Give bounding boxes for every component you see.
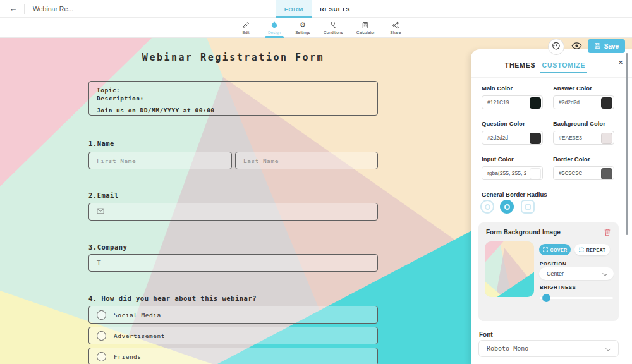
toolbar-item-label: Design [268, 30, 281, 35]
preview-eye-button[interactable] [569, 40, 583, 53]
main-color-field: Main Color #121C19 [482, 85, 543, 109]
crop-brackets-icon [543, 247, 548, 253]
repeat-button-label: REPEAT [586, 248, 605, 252]
cover-button-label: COVER [550, 248, 568, 252]
first-name-placeholder: First Name [97, 157, 136, 164]
background-color-input[interactable]: #EAE3E3 [553, 131, 614, 145]
cover-mode-button[interactable]: COVER [539, 244, 571, 255]
option-label: Friends [114, 353, 142, 360]
tab-customize[interactable]: CUSTOMIZE [540, 59, 587, 71]
company-question-label[interactable]: 3.Company [88, 243, 127, 251]
email-question-label[interactable]: 2.Email [88, 191, 119, 199]
toolbar-item-settings[interactable]: ⚙ Settings [293, 18, 312, 38]
input-color-input[interactable]: rgba(255, 255, 25 [482, 166, 543, 180]
option-social-media[interactable]: Social Media [88, 306, 378, 324]
radio-icon[interactable] [97, 331, 106, 341]
close-icon[interactable]: × [616, 58, 625, 67]
back-arrow-icon[interactable]: ← [8, 4, 19, 14]
tab-form[interactable]: FORM [276, 0, 312, 18]
color-swatch[interactable] [530, 168, 541, 179]
field-label: Main Color [482, 85, 543, 92]
divider [24, 4, 25, 14]
border-color-field: Border Color #5C5C5C [553, 155, 614, 180]
name-question-label[interactable]: 1.Name [88, 140, 114, 147]
topic-description-box[interactable]: Topic: Description: Join us on DD/MM/YYY… [88, 81, 378, 116]
floppy-icon [594, 42, 601, 51]
design-active-underline [265, 36, 284, 38]
save-button[interactable]: Save [588, 39, 625, 53]
dashed-grid-icon [579, 247, 584, 253]
calculator-icon [362, 21, 369, 29]
border-color-input[interactable]: #5C5C5C [553, 166, 614, 180]
toolbar-item-share[interactable]: Share [386, 18, 405, 38]
color-swatch[interactable] [530, 97, 541, 109]
divider [471, 77, 632, 78]
branch-icon [329, 21, 337, 29]
toolbar-item-edit[interactable]: Edit [236, 18, 255, 38]
rounded-radius-icon [500, 200, 514, 214]
toolbar-item-conditions[interactable]: Conditions [322, 18, 345, 38]
join-line: Join us on DD/MM/YYYY at 00:00 [97, 107, 215, 114]
email-input[interactable] [88, 203, 378, 221]
company-input[interactable]: T [88, 254, 378, 272]
pencil-icon [242, 21, 250, 29]
last-name-placeholder: Last Name [243, 157, 279, 164]
option-label: Social Media [114, 312, 161, 318]
radio-icon[interactable] [97, 352, 106, 361]
toolbar-item-label: Edit [242, 30, 249, 35]
last-name-input[interactable]: Last Name [235, 152, 378, 169]
color-value: #5C5C5C [559, 170, 582, 176]
customize-active-underline [540, 72, 587, 73]
position-value: Center [547, 270, 564, 277]
toolbar-item-calculator[interactable]: Calculator [355, 18, 377, 38]
color-swatch[interactable] [601, 97, 612, 109]
position-select[interactable]: Center [539, 267, 614, 280]
brightness-label: BRIGHTNESS [540, 284, 576, 290]
tab-results[interactable]: RESULTS [319, 0, 351, 18]
repeat-mode-button[interactable]: REPEAT [574, 244, 610, 255]
color-swatch[interactable] [530, 133, 541, 144]
eye-icon [571, 41, 582, 52]
main-color-input[interactable]: #121C19 [482, 95, 543, 109]
radius-option-rounded-selected[interactable] [500, 200, 514, 214]
font-select[interactable]: Roboto Mono [478, 340, 619, 357]
source-question-label[interactable]: 4. How did you hear about this webinar? [88, 294, 257, 302]
chevron-down-icon [605, 346, 611, 351]
color-swatch[interactable] [601, 133, 612, 144]
question-color-input[interactable]: #2d2d2d [482, 131, 543, 145]
brightness-slider[interactable] [540, 297, 613, 299]
save-button-label: Save [604, 43, 619, 50]
color-swatch[interactable] [601, 168, 612, 179]
top-bar: ← Webinar Re... FORM RESULTS [0, 0, 632, 18]
revision-history-button[interactable] [548, 39, 564, 55]
color-value: #121C19 [487, 99, 509, 106]
trash-icon[interactable] [604, 228, 612, 236]
option-friends[interactable]: Friends [88, 348, 378, 364]
field-label: Background Color [553, 120, 614, 127]
answer-color-input[interactable]: #2d2d2d [553, 95, 614, 109]
droplet-icon [272, 21, 277, 29]
option-advertisement[interactable]: Advertisement [88, 327, 378, 344]
form-content: Webinar Registration Form Topic: Descrip… [88, 38, 378, 364]
form-title-breadcrumb[interactable]: Webinar Re... [33, 5, 73, 13]
toolbar-item-design[interactable]: Design [265, 18, 284, 38]
circle-radius-icon [480, 200, 494, 214]
question-color-field: Question Color #2d2d2d [482, 120, 543, 145]
color-value: #2d2d2d [559, 99, 580, 106]
color-value: #EAE3E3 [559, 135, 582, 141]
first-name-input[interactable]: First Name [88, 152, 232, 169]
radius-option-square[interactable] [521, 200, 535, 214]
form-background-image-card: Form Background Image COVER [478, 222, 619, 321]
tab-themes[interactable]: THEMES [502, 59, 538, 71]
toolbar-item-label: Settings [295, 30, 310, 35]
slider-thumb[interactable] [542, 294, 550, 302]
form-heading[interactable]: Webinar Registration Form [88, 52, 378, 63]
toolbar-item-label: Calculator [356, 30, 375, 35]
panel-scrollbar[interactable] [626, 53, 628, 235]
radio-icon[interactable] [97, 310, 106, 320]
background-image-thumbnail[interactable] [485, 241, 534, 297]
radius-option-round[interactable] [480, 200, 494, 214]
history-clock-icon [552, 41, 561, 52]
gear-icon: ⚙ [300, 21, 306, 29]
envelope-icon [97, 208, 104, 216]
